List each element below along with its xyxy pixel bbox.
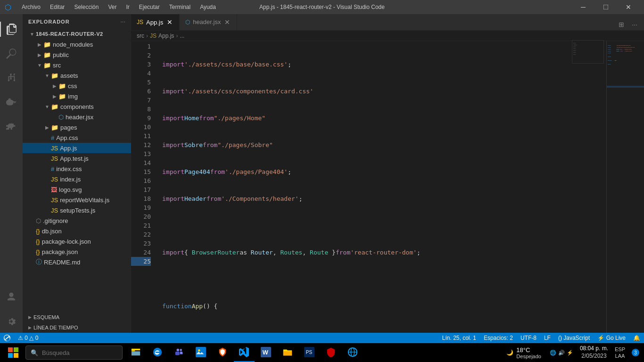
breadcrumb-src[interactable]: src [137,33,144,39]
tab-app-js[interactable]: JS App.js ✕ [131,14,180,30]
tree-public[interactable]: ▶ 📁 public [23,49,131,60]
activity-run-debug[interactable] [0,91,23,114]
linea-arrow-icon: ▶ [28,325,32,330]
tree-db-json[interactable]: {} db.json [23,226,131,236]
activity-source-control[interactable] [0,67,23,90]
system-tray[interactable]: 🌐 🔊 ⚡ [547,343,576,362]
notification-center[interactable]: 3 [629,343,642,362]
code-content[interactable]: import './assets/css/base/base.css'; imp… [155,41,606,333]
cursor-position[interactable]: Lín. 25, col. 1 [438,333,480,343]
tree-css[interactable]: ▶ 📁 css [23,81,131,91]
tree-app-css[interactable]: # App.css [23,132,131,143]
clock-widget[interactable]: 08:04 p. m. 2/05/2023 [577,343,611,362]
tree-readme[interactable]: ⓘ README.md [23,257,131,267]
logo-svg-label: logo.svg [59,186,131,193]
breadcrumb-dots[interactable]: ... [180,33,184,39]
tree-pages[interactable]: ▶ 📁 pages [23,122,131,132]
img-label: img [68,93,131,100]
svg-text:function: function [608,60,612,61]
tab-header-jsx[interactable]: ⬡ header.jsx ✕ [180,14,237,30]
close-button[interactable]: ✕ [618,0,639,14]
tree-src[interactable]: ▼ 📁 src [23,60,131,70]
taskbar-app-explorer[interactable] [125,343,146,362]
indentation[interactable]: Espacios: 2 [480,333,517,343]
start-button[interactable] [2,343,25,362]
tree-node-modules[interactable]: ▶ 📁 node_modules [23,39,131,49]
menu-editar[interactable]: Editar [46,3,68,11]
tree-img[interactable]: ▶ 📁 img [23,91,131,101]
go-live-button[interactable]: ⚡ Go Live [594,333,629,343]
minimize-button[interactable] [572,0,594,14]
split-editor-icon[interactable]: ⊞ [616,19,627,30]
svg-text:return: return [608,64,611,65]
menu-terminal[interactable]: Terminal [165,3,194,11]
taskbar-app-brave[interactable] [212,343,233,362]
esquema-section[interactable]: ▶ ESQUEMA [23,312,131,322]
tree-assets[interactable]: ▼ 📁 assets [23,70,131,81]
tree-package-json[interactable]: {} package.json [23,247,131,257]
tree-package-lock-json[interactable]: {} package-lock.json [23,236,131,247]
svg-text:import: import [608,45,611,46]
src-label: src [53,62,131,69]
maximize-button[interactable] [595,0,617,14]
taskbar-app-globe[interactable] [342,343,363,362]
weather-desc: Despejado [516,354,541,359]
svg-rect-33 [132,350,135,351]
language-mode[interactable]: () JavaScript [554,333,594,343]
errors-warnings[interactable]: ⚠ 0 △ 0 [14,333,42,343]
folder-icon: 📁 [43,62,51,69]
activity-account[interactable] [0,286,23,308]
taskbar-app-word[interactable]: W [256,343,276,362]
tab-close-header-jsx[interactable]: ✕ [223,18,231,26]
taskbar-search[interactable]: 🔍 [25,346,123,360]
svg-text:PS: PS [306,350,313,355]
taskbar-search-input[interactable] [42,349,117,356]
remote-icon[interactable] [0,333,14,343]
taskbar-app-edge[interactable] [147,343,168,362]
svg-rect-39 [175,352,180,355]
tree-app-js[interactable]: JS App.js [23,143,131,153]
menu-ver[interactable]: Ver [104,3,120,11]
tree-app-test-js[interactable]: JS App.test.js [23,153,131,164]
more-actions-icon[interactable]: ··· [629,19,640,30]
linea-tiempo-section[interactable]: ▶ LÍNEA DE TIEMPO [23,322,131,333]
taskbar-app-vscode[interactable] [234,343,255,362]
tree-setup-tests[interactable]: JS setupTests.js [23,205,131,215]
css-file-icon: # [51,165,54,173]
tab-close-app-js[interactable]: ✕ [166,18,173,26]
notifications-icon[interactable]: 🔔 [629,333,644,343]
tree-index-css[interactable]: # index.css [23,164,131,174]
weather-widget[interactable]: 🌙 18°C Despejado [502,346,546,359]
tree-logo-svg[interactable]: 🖼 logo.svg [23,184,131,195]
menu-ayuda[interactable]: Ayuda [196,3,220,11]
taskbar-app-files[interactable] [277,343,298,362]
taskbar-app-terminal[interactable]: PS [299,343,320,362]
taskbar: 🔍 W PS [0,343,644,362]
activity-explorer[interactable] [0,18,23,41]
activity-extensions[interactable] [0,116,23,139]
svg-rect-32 [14,353,18,358]
language-widget[interactable]: ESP LAA [612,343,628,362]
taskbar-app-photos[interactable] [190,343,211,362]
tree-index-js[interactable]: JS index.js [23,174,131,184]
pages-arrow-icon: ▶ [43,125,51,130]
menu-seleccion[interactable]: Selección [70,3,102,11]
tree-root[interactable]: ▼ 1845-REACT-ROUTER-V2 [23,29,131,39]
taskbar-app-antivirus[interactable] [321,343,341,362]
menu-ejecutar[interactable]: Ejecutar [135,3,164,11]
activity-search[interactable] [0,42,23,65]
activity-settings[interactable] [0,310,23,333]
tree-components[interactable]: ▼ 📁 components [23,101,131,112]
taskbar-app-teams[interactable] [169,343,190,362]
encoding[interactable]: UTF-8 [517,333,540,343]
tree-report-web-vitals[interactable]: JS reportWebVitals.js [23,195,131,205]
eol[interactable]: LF [540,333,554,343]
json-file-icon: {} [36,238,40,245]
tree-header-jsx[interactable]: ⬡ header.jsx [23,112,131,122]
menu-archivo[interactable]: Archivo [18,3,44,11]
tree-gitignore[interactable]: ⬡ .gitignore [23,215,131,226]
sidebar-more-icon[interactable]: ··· [120,18,125,25]
esquema-label: ESQUEMA [33,314,59,320]
breadcrumb-appjs[interactable]: App.js [158,33,174,39]
menu-ir[interactable]: Ir [122,3,133,11]
